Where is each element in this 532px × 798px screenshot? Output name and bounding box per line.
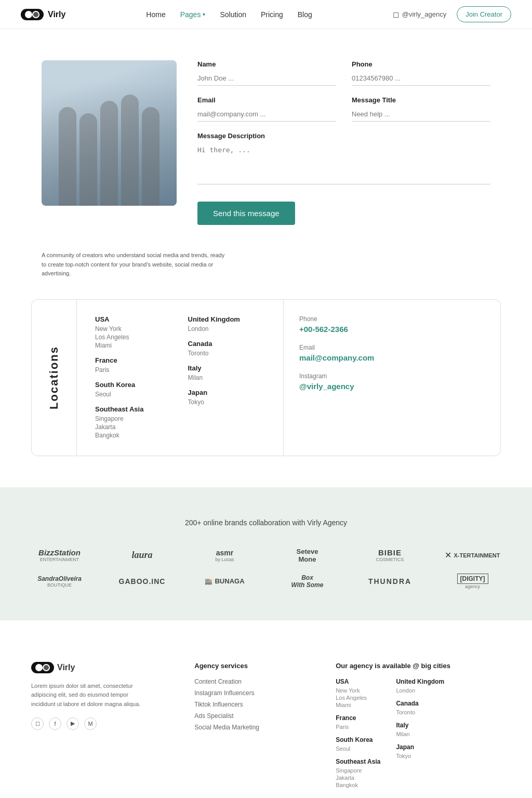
footer-loc-milan: Milan xyxy=(396,731,444,737)
footer-loc-usa: USA xyxy=(336,678,380,685)
nav-home[interactable]: Home xyxy=(146,10,165,19)
footer-loc-newyork: New York xyxy=(336,687,380,694)
name-group: Name xyxy=(197,60,336,86)
medium-social-icon[interactable]: M xyxy=(84,717,97,730)
footer-loc-southkorea: South Korea xyxy=(336,736,380,743)
phone-label: Phone xyxy=(352,60,490,68)
footer-loc-miami: Miami xyxy=(336,702,380,708)
brands-grid: BizzStation ENTERTAINMENT laura asmr by … xyxy=(21,548,511,589)
footer-loc-singapore: Singapore xyxy=(336,767,380,774)
loc-city-jakarta: Jakarta xyxy=(95,423,172,431)
locations-card: Locations USA New York Los Angeles Miami… xyxy=(31,299,501,456)
footer-loc-canada: Canada xyxy=(396,700,444,707)
contact-instagram-value: @virly_agency xyxy=(299,382,485,391)
loc-city-singapore: Singapore xyxy=(95,415,172,422)
footer-services-col: Agency services Content Creation Instagr… xyxy=(194,662,304,789)
loc-city-los-angeles: Los Angeles xyxy=(95,334,172,341)
footer-link-content-creation[interactable]: Content Creation xyxy=(194,678,304,685)
footer-logo-text: Virly xyxy=(57,663,75,672)
loc-city-seoul: Seoul xyxy=(95,391,172,398)
footer: Virly Lorem ipsum dolor sit amet, consec… xyxy=(0,631,532,798)
contact-phone-item: Phone +00-562-2366 xyxy=(299,315,485,334)
person-2 xyxy=(79,113,97,206)
footer-loc-bangkok: Bangkok xyxy=(336,782,380,788)
nav-links: Home Pages ▾ Solution Pricing Blog xyxy=(146,10,312,19)
youtube-social-icon[interactable]: ▶ xyxy=(66,717,79,730)
message-title-input[interactable] xyxy=(352,107,490,122)
name-input[interactable] xyxy=(197,71,336,86)
brand-boxwithsome: BoxWith Some xyxy=(291,574,324,589)
person-3 xyxy=(100,101,118,206)
loc-city-bangkok: Bangkok xyxy=(95,432,172,439)
email-group: Email xyxy=(197,96,336,122)
footer-loc-col-2: United Kingdom London Canada Toronto Ita… xyxy=(396,678,444,789)
footer-loc-japan: Japan xyxy=(396,743,444,751)
footer-logo-circle-right xyxy=(43,664,50,671)
loc-city-london: London xyxy=(188,325,265,332)
send-message-button[interactable]: Send this message xyxy=(197,202,295,225)
footer-link-ads[interactable]: Ads Specialist xyxy=(194,712,304,720)
footer-loc-seoul: Seoul xyxy=(336,746,380,752)
facebook-social-icon[interactable]: f xyxy=(49,717,61,730)
footer-link-instagram[interactable]: Instagram Influencers xyxy=(194,689,304,697)
contact-instagram-item: Instagram @virly_agency xyxy=(299,373,485,391)
email-label: Email xyxy=(197,96,336,104)
logo-icon xyxy=(21,9,44,20)
logo[interactable]: Virly xyxy=(21,9,65,20)
nav-blog[interactable]: Blog xyxy=(298,10,312,19)
footer-loc-toronto: Toronto xyxy=(396,709,444,715)
nav-pages[interactable]: Pages ▾ xyxy=(180,10,206,19)
contact-instagram-label: Instagram xyxy=(299,373,485,380)
nav-instagram[interactable]: ◻ @virly_agency xyxy=(393,10,446,19)
join-creator-button[interactable]: Join Creator xyxy=(457,6,511,22)
footer-link-tiktok[interactable]: Tiktok Influencers xyxy=(194,701,304,708)
brands-section: 200+ online brands collaboration with Vi… xyxy=(0,487,532,620)
loc-city-miami: Miami xyxy=(95,342,172,349)
logo-text: Virly xyxy=(48,10,65,19)
tagline-text: A community of creators who understand s… xyxy=(42,251,229,278)
message-desc-input[interactable] xyxy=(197,143,490,184)
nav-solution[interactable]: Solution xyxy=(220,10,246,19)
person-4 xyxy=(121,95,139,206)
logo-circle-left xyxy=(25,11,32,18)
loc-country-france: France xyxy=(95,356,172,364)
locations-label-area: Locations xyxy=(32,300,77,456)
footer-loc-france: France xyxy=(336,714,380,722)
logo-circle-right xyxy=(32,11,39,18)
loc-city-new-york: New York xyxy=(95,325,172,332)
loc-country-japan: Japan xyxy=(188,389,265,396)
instagram-social-icon[interactable]: ◻ xyxy=(31,717,44,730)
footer-loc-grid: USA New York Los Angeles Miami France Pa… xyxy=(336,678,501,789)
contact-section: Name Phone Email Message Title Message D… xyxy=(0,29,532,246)
footer-logo[interactable]: Virly xyxy=(31,662,163,673)
brand-sandraoliveira: SandraOliveira BOUTIQUE xyxy=(37,575,82,588)
footer-logo-icon xyxy=(31,662,54,673)
loc-city-milan: Milan xyxy=(188,374,265,381)
message-desc-label: Message Description xyxy=(197,132,490,140)
x-icon: ✕ xyxy=(445,550,451,560)
loc-country-usa: USA xyxy=(95,315,172,323)
footer-logo-col: Virly Lorem ipsum dolor sit amet, consec… xyxy=(31,662,163,789)
person-5 xyxy=(142,107,159,206)
footer-loc-jakarta: Jakarta xyxy=(336,775,380,781)
contact-phone-label: Phone xyxy=(299,315,485,323)
footer-link-social-media[interactable]: Social Media Marketing xyxy=(194,724,304,731)
brands-title: 200+ online brands collaboration with Vi… xyxy=(21,518,511,527)
brand-bizzstation: BizzStation ENTERTAINMENT xyxy=(38,548,81,562)
name-label: Name xyxy=(197,60,336,68)
brand-laura: laura xyxy=(131,550,152,561)
footer-loc-uk: United Kingdom xyxy=(396,678,444,685)
footer-logo-circle-left xyxy=(35,664,43,671)
loc-country-canada: Canada xyxy=(188,340,265,348)
locations-col-2: United Kingdom London Canada Toronto Ita… xyxy=(180,315,273,440)
brand-bibie: BIBIE COSMETICS xyxy=(376,548,404,562)
footer-loc-tokyo: Tokyo xyxy=(396,753,444,759)
footer-loc-southeastasia: Southeast Asia xyxy=(336,758,380,765)
locations-col-1: USA New York Los Angeles Miami France Pa… xyxy=(87,315,180,440)
message-desc-group: Message Description xyxy=(197,132,490,186)
brand-asmr: asmr by Lucas xyxy=(215,549,234,562)
nav-pricing[interactable]: Pricing xyxy=(261,10,283,19)
email-input[interactable] xyxy=(197,107,336,122)
phone-input[interactable] xyxy=(352,71,490,86)
form-row-1: Name Phone xyxy=(197,60,490,86)
